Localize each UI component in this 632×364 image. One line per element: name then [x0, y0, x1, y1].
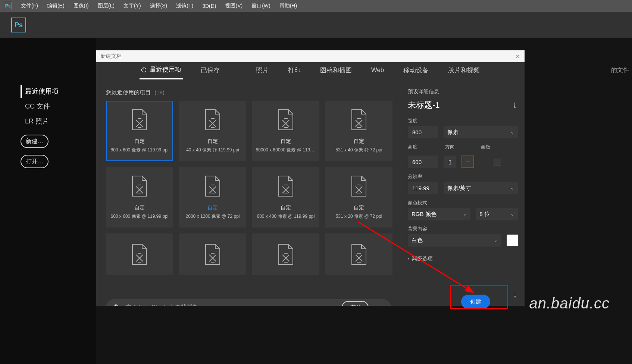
menu-filter[interactable]: 滤镜(T) — [172, 0, 198, 12]
color-depth-value: 8 位 — [479, 211, 490, 218]
dialog-left-pane: 您最近使用的项目 (19) 自定800 x 600 像素 @ 119.99 pp… — [96, 82, 401, 306]
create-button[interactable]: 创建 — [461, 295, 490, 309]
menu-select[interactable]: 选择(S) — [146, 0, 172, 12]
document-icon — [131, 109, 148, 131]
toolbar: Ps — [0, 12, 632, 38]
preset-card-title: 自定 — [134, 138, 145, 145]
document-icon — [204, 244, 221, 265]
preset-card-subtitle: 531 x 20 像素 @ 72 ppi — [336, 213, 382, 220]
preset-card[interactable] — [179, 233, 246, 275]
chevron-down-icon: ⌄ — [510, 129, 514, 135]
preset-card[interactable] — [325, 233, 392, 275]
new-button[interactable]: 新建… — [21, 135, 49, 148]
document-icon — [204, 109, 221, 131]
width-label: 宽度 — [408, 117, 518, 124]
preset-card[interactable]: 自定531 x 40 像素 @ 72 ppi — [325, 101, 392, 161]
chevron-right-icon: › — [408, 256, 410, 262]
background-label: 背景内容 — [408, 226, 518, 232]
tab-recent-label: 最近使用项 — [150, 65, 181, 74]
menu-file[interactable]: 文件(F) — [16, 0, 43, 12]
width-unit-select[interactable]: 像素 ⌄ — [444, 126, 518, 138]
menubar: Ps 文件(F) 编辑(E) 图像(I) 图层(L) 文字(Y) 选择(S) 滤… — [0, 0, 632, 12]
preset-card-subtitle: 531 x 40 像素 @ 72 ppi — [336, 147, 382, 153]
orientation-label: 方向 — [445, 144, 455, 150]
menu-window[interactable]: 窗口(W) — [247, 0, 275, 12]
background-color-swatch[interactable] — [507, 235, 518, 246]
document-icon — [131, 175, 148, 197]
menu-image[interactable]: 图像(I) — [69, 0, 93, 12]
stock-placeholder: 在 Adobe Stock 上查找模板 — [125, 304, 198, 306]
menu-3d[interactable]: 3D(D) — [198, 0, 220, 12]
close-icon[interactable]: ✕ — [515, 53, 520, 60]
tab-web[interactable]: Web — [370, 66, 386, 78]
resolution-input[interactable] — [408, 182, 438, 194]
search-icon: 🔍 — [113, 304, 121, 306]
preset-card[interactable]: 自定600 x 400 像素 @ 119.99 ppi — [252, 167, 319, 228]
tab-mobile[interactable]: 移动设备 — [402, 66, 430, 79]
menu-edit[interactable]: 编辑(E) — [43, 0, 69, 12]
stock-go-button[interactable]: 前往 — [342, 301, 369, 306]
preset-card-subtitle: 80000 x 60000 像素 @ 119.… — [256, 147, 316, 153]
preset-card-title: 自定 — [281, 138, 291, 145]
orientation-landscape[interactable]: ▭ — [462, 156, 474, 168]
menu-layer[interactable]: 图层(L) — [93, 0, 119, 12]
tab-print[interactable]: 打印 — [287, 66, 302, 79]
preset-card[interactable]: 自定80000 x 60000 像素 @ 119.… — [252, 101, 319, 161]
preset-card-subtitle: 600 x 600 像素 @ 119.99 ppi — [111, 213, 169, 220]
preset-card-subtitle: 40 x 40 像素 @ 119.99 ppi — [186, 147, 239, 153]
background-text: 的文件 — [611, 66, 629, 74]
preset-card-subtitle: 2000 x 1200 像素 @ 72 ppi — [186, 213, 240, 220]
artboard-label: 画板 — [481, 144, 491, 150]
tab-photo[interactable]: 照片 — [254, 66, 270, 79]
dialog-title-text: 新建文档 — [101, 53, 122, 60]
width-unit-value: 像素 — [447, 129, 459, 136]
advanced-options-toggle[interactable]: › 高级选项 — [408, 255, 518, 262]
preset-card[interactable] — [252, 233, 319, 275]
background-select[interactable]: 白色 ⌄ — [408, 234, 501, 247]
preset-card-title: 自定 — [207, 138, 218, 145]
menu-view[interactable]: 视图(V) — [220, 0, 247, 12]
download-icon[interactable]: ⭳ — [513, 292, 518, 298]
start-sidebar: 最近使用项 CC 文件 LR 照片 新建… 打开… — [0, 38, 96, 364]
preset-card[interactable]: 自定40 x 40 像素 @ 119.99 ppi — [179, 101, 246, 161]
preset-card[interactable] — [106, 233, 173, 275]
preset-card-title: 自定 — [281, 204, 291, 211]
preset-card[interactable]: 自定600 x 600 像素 @ 119.99 ppi — [106, 167, 173, 228]
color-depth-select[interactable]: 8 位 ⌄ — [476, 208, 518, 220]
sidebar-item-ccfiles[interactable]: CC 文件 — [21, 100, 81, 113]
menu-help[interactable]: 帮助(H) — [275, 0, 301, 12]
color-mode-select[interactable]: RGB 颜色 ⌄ — [408, 208, 470, 220]
sidebar-item-recent[interactable]: 最近使用项 — [21, 85, 81, 98]
preset-grid: 自定800 x 600 像素 @ 119.99 ppi自定40 x 40 像素 … — [106, 101, 391, 294]
preset-card[interactable]: 自定800 x 600 像素 @ 119.99 ppi — [106, 101, 173, 161]
resolution-unit-select[interactable]: 像素/英寸 ⌄ — [444, 182, 518, 194]
sidebar-item-lrphotos[interactable]: LR 照片 — [21, 114, 81, 128]
artboard-checkbox[interactable] — [493, 158, 501, 166]
open-button[interactable]: 打开… — [21, 155, 49, 168]
stock-search-input[interactable]: 🔍 在 Adobe Stock 上查找模板 前往 — [106, 299, 391, 306]
orientation-portrait[interactable]: ▯ — [444, 156, 456, 168]
app-logo-icon: Ps — [11, 18, 26, 32]
dialog-titlebar: 新建文档 ✕ — [96, 50, 525, 62]
document-icon — [277, 109, 294, 131]
preset-details-header: 预设详细信息 — [408, 88, 518, 95]
tab-film[interactable]: 胶片和视频 — [447, 66, 481, 79]
preset-card-subtitle: 600 x 400 像素 @ 119.99 ppi — [257, 213, 315, 220]
menu-type[interactable]: 文字(Y) — [119, 0, 146, 12]
document-icon — [350, 175, 367, 197]
preset-title[interactable]: 未标题-1 — [408, 100, 440, 111]
height-input[interactable] — [408, 156, 438, 168]
chevron-down-icon: ⌄ — [510, 211, 514, 217]
dialog-tabs: ◷ 最近使用项 已保存 照片 打印 图稿和插图 Web 移动设备 胶片和视频 — [96, 62, 525, 82]
save-preset-icon[interactable]: ⭳ — [512, 102, 518, 109]
width-input[interactable] — [408, 126, 438, 138]
tab-saved[interactable]: 已保存 — [199, 66, 221, 79]
document-icon — [131, 244, 148, 265]
tab-art[interactable]: 图稿和插图 — [319, 66, 353, 79]
preset-card[interactable]: 自定2000 x 1200 像素 @ 72 ppi — [179, 167, 246, 228]
recent-count: (19) — [154, 89, 165, 95]
tab-recent[interactable]: ◷ 最近使用项 — [140, 65, 183, 79]
preset-card[interactable]: 自定531 x 20 像素 @ 72 ppi — [325, 167, 392, 228]
preset-card-title: 自定 — [134, 204, 145, 211]
new-document-dialog: 新建文档 ✕ ◷ 最近使用项 已保存 照片 打印 图稿和插图 Web 移动设备 … — [96, 50, 525, 306]
